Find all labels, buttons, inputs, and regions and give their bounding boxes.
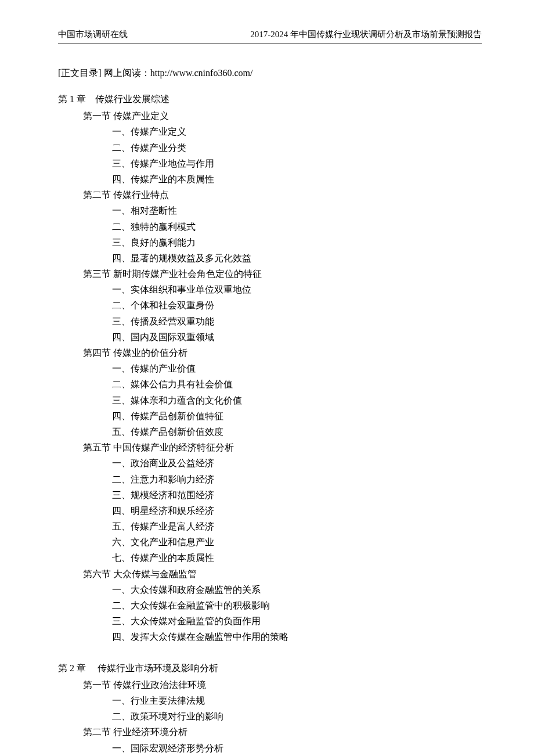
toc-item: 二、独特的赢利模式 bbox=[58, 219, 482, 235]
toc-item: 一、传媒产业定义 bbox=[58, 124, 482, 139]
toc-item: 三、传媒产业地位与作用 bbox=[58, 156, 482, 171]
chapter-title: 第 2 章 传媒行业市场环境及影响分析 bbox=[58, 660, 482, 676]
section-title: 第一节 传媒行业政治法律环境 bbox=[58, 677, 482, 693]
section-title: 第六节 大众传媒与金融监管 bbox=[58, 566, 482, 582]
toc-item: 四、发挥大众传媒在金融监管中作用的策略 bbox=[58, 629, 482, 645]
section-title: 第二节 传媒行业特点 bbox=[58, 187, 482, 203]
toc-item: 四、明星经济和娱乐经济 bbox=[58, 503, 482, 519]
page-header: 中国市场调研在线 2017-2024 年中国传媒行业现状调研分析及市场前景预测报… bbox=[58, 29, 482, 44]
toc-item: 三、规模经济和范围经济 bbox=[58, 487, 482, 503]
section-title: 第五节 中国传媒产业的经济特征分析 bbox=[58, 440, 482, 455]
toc-item: 四、传媒产业的本质属性 bbox=[58, 171, 482, 187]
toc-item: 四、显著的规模效益及多元化效益 bbox=[58, 250, 482, 266]
toc-item: 一、相对垄断性 bbox=[58, 203, 482, 218]
toc-item: 一、政治商业及公益经济 bbox=[58, 455, 482, 471]
toc-item: 五、传媒产业是富人经济 bbox=[58, 519, 482, 534]
toc-item: 三、媒体亲和力蕴含的文化价值 bbox=[58, 393, 482, 408]
toc-item: 三、良好的赢利能力 bbox=[58, 235, 482, 250]
toc-item: 一、国际宏观经济形势分析 bbox=[58, 740, 482, 756]
toc-item: 二、大众传媒在金融监管中的积极影响 bbox=[58, 597, 482, 613]
header-right: 2017-2024 年中国传媒行业现状调研分析及市场前景预测报告 bbox=[250, 29, 482, 40]
toc-item: 七、传媒产业的本质属性 bbox=[58, 550, 482, 566]
toc-item: 四、传媒产品创新价值特征 bbox=[58, 408, 482, 424]
toc-item: 一、传媒的产业价值 bbox=[58, 361, 482, 376]
header-left: 中国市场调研在线 bbox=[58, 29, 128, 40]
toc-item: 二、传媒产业分类 bbox=[58, 140, 482, 156]
toc-item: 一、行业主要法律法规 bbox=[58, 693, 482, 708]
toc-item: 一、实体组织和事业单位双重地位 bbox=[58, 282, 482, 297]
section-title: 第一节 传媒产业定义 bbox=[58, 108, 482, 124]
section-title: 第四节 传媒业的价值分析 bbox=[58, 345, 482, 361]
toc-item: 四、国内及国际双重领域 bbox=[58, 329, 482, 345]
section-title: 第三节 新时期传媒产业社会角色定位的特征 bbox=[58, 266, 482, 282]
chapter-title: 第 1 章 传媒行业发展综述 bbox=[58, 91, 482, 107]
toc-item: 六、文化产业和信息产业 bbox=[58, 534, 482, 550]
toc-item: 一、大众传媒和政府金融监管的关系 bbox=[58, 582, 482, 597]
toc-item: 三、传播及经营双重功能 bbox=[58, 314, 482, 329]
toc-item: 二、个体和社会双重身份 bbox=[58, 297, 482, 313]
toc-item: 二、媒体公信力具有社会价值 bbox=[58, 376, 482, 392]
toc-item: 五、传媒产品创新价值效度 bbox=[58, 424, 482, 440]
toc-item: 二、政策环境对行业的影响 bbox=[58, 708, 482, 724]
toc-body: 第 1 章 传媒行业发展综述 第一节 传媒产业定义 一、传媒产业定义 二、传媒产… bbox=[58, 91, 482, 756]
toc-item: 二、注意力和影响力经济 bbox=[58, 471, 482, 487]
toc-item: 三、大众传媒对金融监管的负面作用 bbox=[58, 613, 482, 629]
section-title: 第二节 行业经济环境分析 bbox=[58, 724, 482, 740]
intro-line: [正文目录] 网上阅读：http://www.cninfo360.com/ bbox=[58, 67, 482, 80]
